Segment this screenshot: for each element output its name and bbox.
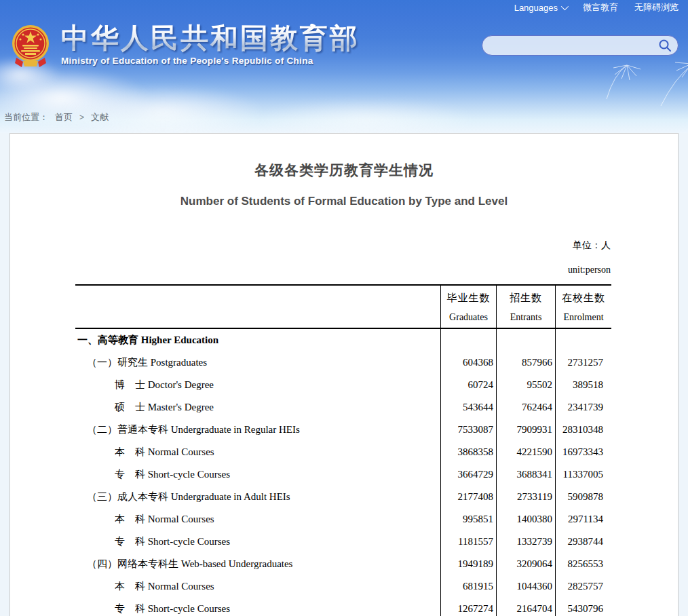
row-label: （二）普通本专科 Undergraduate in Regular HEIs: [75, 419, 440, 441]
table-row: （三）成人本专科 Undergraduate in Adult HEIs 217…: [75, 486, 611, 508]
row-value: 2938744: [555, 531, 611, 553]
row-label: （四）网络本专科生 Web-based Undergraduates: [75, 553, 440, 575]
row-value: 1332739: [496, 531, 555, 553]
row-label: 专 科 Short-cycle Courses: [75, 598, 440, 616]
row-value: 11337005: [555, 463, 611, 486]
brand: 中华人民共和国教育部 Ministry of Education of the …: [11, 22, 360, 73]
row-value: 3209064: [496, 553, 555, 575]
table-row: （二）普通本专科 Undergraduate in Regular HEIs 7…: [75, 419, 611, 441]
row-value: 4221590: [496, 441, 555, 463]
weiyan-education-link[interactable]: 微言教育: [583, 1, 618, 14]
column-label-en: Graduates: [449, 312, 488, 323]
column-label-cn: 毕业生数: [447, 292, 491, 305]
dandelion-decoration: [559, 58, 688, 133]
unit-note-cn: 单位：人: [10, 239, 678, 252]
row-value: 2341739: [555, 396, 611, 419]
chevron-down-icon: [561, 3, 569, 10]
row-label: 本 科 Normal Courses: [75, 508, 440, 531]
table-row: 一、高等教育 Higher Education: [75, 329, 611, 351]
table-row: 本 科 Normal Courses 681915 1044360 282575…: [75, 575, 611, 598]
breadcrumb-prefix: 当前位置：: [4, 111, 48, 123]
table-row: 专 科 Short-cycle Courses 1267274 2164704 …: [75, 598, 611, 616]
row-value: 389518: [555, 374, 611, 396]
row-label: （一）研究生 Postgraduates: [75, 351, 440, 374]
row-value: 762464: [496, 396, 555, 419]
row-value: 7909931: [496, 419, 555, 441]
accessibility-link[interactable]: 无障碍浏览: [634, 1, 679, 14]
row-value: 2164704: [496, 598, 555, 616]
breadcrumb-current-link[interactable]: 文献: [91, 111, 109, 123]
table-row: 本 科 Normal Courses 3868358 4221590 16973…: [75, 441, 611, 463]
row-value: 2733119: [496, 486, 555, 508]
row-value: 3868358: [440, 441, 496, 463]
row-value: 857966: [496, 351, 555, 374]
emblem-icon: [11, 22, 50, 70]
column-label-cn: 招生数: [510, 292, 542, 305]
row-value: 60724: [440, 374, 496, 396]
document-panel: 各级各类学历教育学生情况 Number of Students of Forma…: [9, 133, 679, 616]
table-header: 毕业生数 Graduates 招生数 Entrants 在校生数 Enrolme…: [75, 284, 611, 329]
row-value: 16973343: [555, 441, 611, 463]
row-label: 硕 士 Master's Degree: [75, 396, 440, 419]
column-header-entrants: 招生数 Entrants: [496, 286, 555, 328]
search-icon[interactable]: [657, 38, 672, 53]
row-value: [440, 329, 496, 351]
table-header-stub: [75, 286, 440, 328]
languages-label: Languages: [514, 3, 558, 13]
row-value: 543644: [440, 396, 496, 419]
row-value: 5430796: [555, 598, 611, 616]
row-value: 604368: [440, 351, 496, 374]
column-label-cn: 在校生数: [562, 292, 605, 305]
row-value: 1400380: [496, 508, 555, 531]
search-box: [482, 35, 679, 56]
row-value: 995851: [440, 508, 496, 531]
table-row: 博 士 Doctor's Degree 60724 95502 389518: [75, 374, 611, 396]
row-label: 专 科 Short-cycle Courses: [75, 531, 440, 553]
row-label: （三）成人本专科 Undergraduate in Adult HEIs: [75, 486, 440, 508]
row-value: 2731257: [555, 351, 611, 374]
top-links: Languages 微言教育 无障碍浏览: [514, 1, 679, 14]
row-value: 1181557: [440, 531, 496, 553]
row-value: 1044360: [496, 575, 555, 598]
search-input[interactable]: [492, 41, 657, 51]
table-body: 一、高等教育 Higher Education （一）研究生 Postgradu…: [75, 329, 611, 616]
document-title-en: Number of Students of Formal Education b…: [10, 195, 678, 208]
row-label: 一、高等教育 Higher Education: [75, 329, 440, 351]
row-label: 博 士 Doctor's Degree: [75, 374, 440, 396]
breadcrumb-separator: >: [79, 113, 84, 122]
table-row: 硕 士 Master's Degree 543644 762464 234173…: [75, 396, 611, 419]
unit-note-en: unit:person: [10, 265, 678, 275]
row-value: 7533087: [440, 419, 496, 441]
table-row: （一）研究生 Postgraduates 604368 857966 27312…: [75, 351, 611, 374]
row-value: 95502: [496, 374, 555, 396]
table-row: 本 科 Normal Courses 995851 1400380 297113…: [75, 508, 611, 531]
brand-text: 中华人民共和国教育部 Ministry of Education of the …: [61, 22, 360, 73]
row-value: [555, 329, 611, 351]
row-value: [496, 329, 555, 351]
row-value: 1949189: [440, 553, 496, 575]
site-header: Languages 微言教育 无障碍浏览: [0, 0, 688, 133]
row-label: 本 科 Normal Courses: [75, 441, 440, 463]
row-value: 2825757: [555, 575, 611, 598]
table-row: （四）网络本专科生 Web-based Undergraduates 19491…: [75, 553, 611, 575]
table-row: 专 科 Short-cycle Courses 1181557 1332739 …: [75, 531, 611, 553]
row-value: 681915: [440, 575, 496, 598]
column-header-enrolment: 在校生数 Enrolment: [555, 286, 611, 328]
row-value: 28310348: [555, 419, 611, 441]
row-value: 1267274: [440, 598, 496, 616]
national-emblem-logo[interactable]: [11, 22, 50, 73]
row-value: 2971134: [555, 508, 611, 531]
statistics-table: 毕业生数 Graduates 招生数 Entrants 在校生数 Enrolme…: [75, 284, 611, 616]
row-value: 5909878: [555, 486, 611, 508]
breadcrumb: 当前位置： 首页 > 文献: [4, 111, 109, 123]
row-value: 8256553: [555, 553, 611, 575]
languages-menu[interactable]: Languages: [514, 3, 567, 13]
column-header-graduates: 毕业生数 Graduates: [440, 286, 496, 328]
row-value: 3664729: [440, 463, 496, 486]
site-title-cn: 中华人民共和国教育部: [61, 24, 360, 53]
column-label-en: Enrolment: [563, 312, 603, 323]
document-title-cn: 各级各类学历教育学生情况: [10, 161, 678, 180]
breadcrumb-home-link[interactable]: 首页: [55, 111, 73, 123]
row-label: 本 科 Normal Courses: [75, 575, 440, 598]
column-label-en: Entrants: [510, 312, 542, 323]
